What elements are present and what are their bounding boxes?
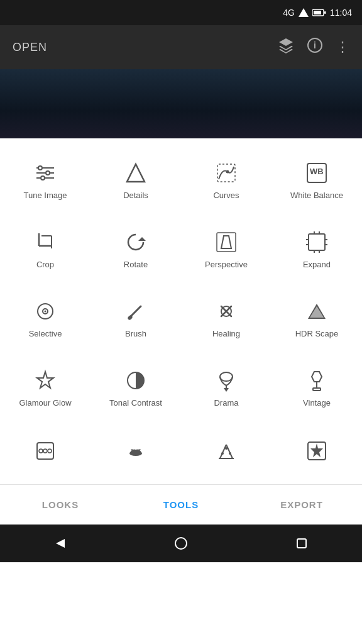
drama-label: Drama — [214, 398, 238, 409]
svg-point-57 — [131, 449, 133, 450]
tool-glamour-glow[interactable]: Glamour Glow — [0, 352, 90, 421]
svg-marker-49 — [312, 372, 322, 382]
details-icon — [124, 160, 147, 186]
tools-section: Tune Image Details Curves — [0, 138, 362, 484]
tool-curves[interactable]: Curves — [181, 145, 272, 214]
svg-rect-3 — [324, 11, 326, 14]
svg-marker-24 — [221, 236, 231, 248]
tool-details[interactable]: Details — [90, 145, 181, 214]
svg-text:WB: WB — [310, 167, 324, 176]
curves-label: Curves — [213, 191, 239, 201]
svg-marker-67 — [56, 539, 65, 548]
tools-grid: Tune Image Details Curves — [0, 145, 362, 421]
tonal-label: Tonal Contrast — [109, 398, 162, 409]
glamour-icon — [34, 368, 57, 393]
perspective-label: Perspective — [205, 260, 248, 270]
home-button[interactable] — [174, 536, 188, 550]
crop-icon — [34, 230, 57, 255]
svg-rect-2 — [314, 11, 321, 14]
android-nav-bar — [0, 525, 362, 562]
svg-marker-66 — [310, 443, 323, 457]
tool-brush[interactable]: Brush — [90, 283, 181, 352]
curves-icon — [215, 160, 238, 186]
partial-row — [0, 421, 362, 478]
tool-photofx[interactable] — [272, 421, 362, 478]
svg-marker-22 — [138, 237, 146, 241]
rotate-icon — [124, 230, 147, 255]
tool-retrolux[interactable] — [181, 421, 272, 478]
svg-point-63 — [229, 452, 231, 455]
svg-point-62 — [221, 452, 224, 455]
healing-icon — [215, 299, 238, 324]
time-display: 11:04 — [330, 8, 352, 18]
svg-rect-51 — [313, 388, 321, 391]
svg-point-14 — [226, 170, 229, 173]
grunge-icon — [34, 438, 57, 464]
svg-point-10 — [46, 171, 50, 175]
more-icon[interactable]: ⋮ — [336, 39, 349, 55]
back-button[interactable] — [53, 536, 67, 550]
crop-label: Crop — [36, 260, 54, 270]
tool-rotate[interactable]: Rotate — [90, 214, 181, 283]
svg-point-9 — [38, 166, 42, 170]
recents-button[interactable] — [295, 536, 309, 550]
selective-icon — [34, 299, 57, 324]
svg-rect-13 — [217, 164, 235, 182]
svg-text:i: i — [314, 40, 316, 50]
nav-tools[interactable]: TOOLS — [121, 499, 241, 510]
tool-expand[interactable]: Expand — [272, 214, 362, 283]
svg-point-54 — [43, 449, 47, 453]
info-icon[interactable]: i — [307, 37, 323, 57]
expand-label: Expand — [303, 260, 331, 270]
tool-crop[interactable]: Crop — [0, 214, 90, 283]
svg-point-68 — [175, 538, 187, 549]
drama-icon — [215, 368, 238, 393]
svg-point-55 — [48, 449, 52, 453]
tool-tonal-contrast[interactable]: Tonal Contrast — [90, 352, 181, 421]
svg-point-58 — [138, 449, 141, 450]
tool-selective[interactable]: Selective — [0, 283, 90, 352]
bottom-nav: LOOKS TOOLS EXPORT — [0, 484, 362, 525]
svg-rect-52 — [37, 443, 53, 459]
tune-icon — [34, 160, 57, 186]
rotate-label: Rotate — [124, 260, 148, 270]
tune-label: Tune Image — [24, 191, 67, 201]
network-indicator: 4G — [283, 8, 295, 18]
layers-icon[interactable] — [278, 37, 294, 57]
svg-marker-43 — [310, 306, 324, 318]
hdr-icon — [305, 299, 328, 324]
svg-line-60 — [220, 445, 226, 458]
svg-marker-0 — [299, 8, 309, 17]
retrolux-icon — [215, 438, 238, 464]
tool-perspective[interactable]: Perspective — [181, 214, 272, 283]
svg-line-61 — [226, 445, 233, 458]
open-label[interactable]: OPEN — [13, 41, 47, 54]
vintage-label: Vintage — [303, 398, 331, 409]
tool-noir[interactable] — [90, 421, 181, 478]
details-label: Details — [123, 191, 148, 201]
svg-point-64 — [225, 447, 228, 450]
svg-marker-48 — [224, 388, 229, 392]
svg-point-11 — [41, 176, 45, 180]
signal-icon — [299, 8, 309, 17]
image-preview — [0, 69, 362, 138]
svg-rect-69 — [297, 539, 306, 548]
tool-vintage[interactable]: Vintage — [272, 352, 362, 421]
nav-looks[interactable]: LOOKS — [0, 499, 121, 510]
nav-export[interactable]: EXPORT — [241, 499, 362, 510]
svg-line-37 — [131, 306, 141, 316]
tool-drama[interactable]: Drama — [181, 352, 272, 421]
tool-healing[interactable]: Healing — [181, 283, 272, 352]
expand-icon — [305, 230, 328, 255]
tool-hdr-scape[interactable]: HDR Scape — [272, 283, 362, 352]
status-bar: 4G 11:04 — [0, 0, 362, 25]
tonal-icon — [124, 368, 147, 393]
wb-icon: WB — [305, 160, 328, 186]
tool-white-balance[interactable]: WB White Balance — [272, 145, 362, 214]
healing-label: Healing — [212, 329, 240, 340]
svg-marker-12 — [127, 164, 145, 182]
svg-point-53 — [39, 449, 43, 453]
tool-tune-image[interactable]: Tune Image — [0, 145, 90, 214]
tool-grunge[interactable] — [0, 421, 90, 478]
noir-icon — [124, 438, 147, 464]
